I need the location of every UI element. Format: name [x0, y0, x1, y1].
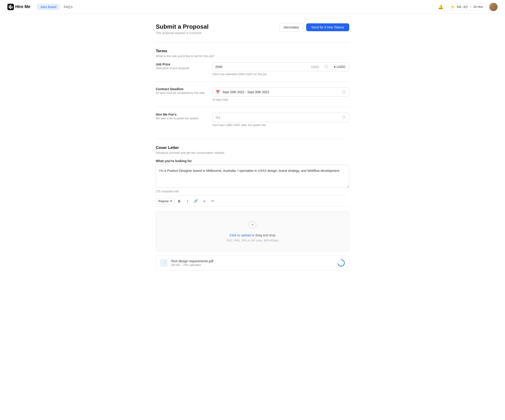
svg-rect-1 [9, 6, 10, 8]
upload-click-label[interactable]: Click to upload [229, 233, 251, 237]
deadline-label: Contract Deadline [156, 87, 207, 91]
nav-link-jobs-board[interactable]: Jobs Board [37, 4, 60, 10]
file-meta: 200 KB – 70% uploaded [171, 263, 334, 267]
notifications-button[interactable]: 🔔 [437, 3, 445, 11]
brand-name: Hire Me [15, 4, 30, 9]
avatar[interactable] [489, 3, 498, 11]
send-proposal-button[interactable]: Send for 5 Hire Tokens [306, 23, 349, 31]
secondary-button[interactable]: Secondary [279, 23, 303, 31]
deadline-field-block: 📅 Sept 20th 2022 - Sept 30th 2022 ⓘ 10 d… [212, 87, 349, 101]
fee-label: Hire Me Fee's [156, 113, 207, 116]
job-price-input[interactable] [213, 63, 308, 71]
upload-drag-text: or drag and drop [251, 233, 275, 237]
nav-link-faqs[interactable]: FAQ's [61, 4, 76, 10]
date-help-icon[interactable]: ⓘ [342, 90, 346, 94]
logo[interactable]: Hire Me [7, 4, 30, 10]
page-title-block: Submit a Proposal This proposal requires… [156, 23, 208, 35]
job-price-label: Job Price [156, 62, 207, 66]
italic-button[interactable]: I [184, 198, 191, 204]
account-tokens: 20 Hire [473, 5, 483, 9]
job-price-field-block: USDC ⓘ ▾ USDC Client has estimated 2000 … [212, 62, 349, 76]
avatar-image [489, 3, 498, 11]
file-info: Tech design requirements.pdf 200 KB – 70… [171, 259, 334, 267]
job-price-note: Client has estimated 2000 USDC for this … [212, 73, 349, 76]
job-price-row: Job Price Total price of your proposal U… [156, 62, 349, 82]
svg-rect-3 [12, 6, 13, 8]
date-value: Sept 20th 2022 - Sept 30th 2022 [222, 90, 340, 94]
file-type-icon: 📄 [161, 260, 166, 266]
currency-value: USDC [336, 65, 346, 69]
page-header: Submit a Proposal This proposal requires… [156, 23, 349, 35]
file-icon: 📄 [160, 259, 168, 267]
date-input[interactable]: 📅 Sept 20th 2022 - Sept 30th 2022 ⓘ [212, 87, 349, 97]
job-price-hint: Total price of your proposal [156, 67, 207, 70]
ordered-list-button[interactable]: ≔ [209, 198, 216, 204]
navbar: Hire Me Jobs Board FAQ's 🔔 📁 Sdf...Kj7 –… [0, 0, 505, 14]
header-actions: Secondary Send for 5 Hire Tokens [279, 23, 349, 31]
upload-icon [248, 221, 257, 231]
deadline-row: Contract Deadline All work must be compl… [156, 82, 349, 107]
fee-row: Hire Me Fee's We take a fee to power the… [156, 107, 349, 132]
terms-section: Terms What is the rate you'd like to bid… [156, 42, 349, 139]
job-price-input-row: USDC ⓘ ▾ USDC [212, 62, 349, 71]
text-toolbar: Regular ▾ B I 🔗 ≡ ≔ [156, 195, 349, 207]
page-title: Submit a Proposal [156, 23, 208, 30]
fee-field-block: %1 ⓘ You'll earn 1980 USDC after 1% syst… [212, 113, 349, 127]
chevron-down-icon: ▾ [334, 65, 336, 69]
fee-note: You'll earn 1980 USDC after 1% system fe… [212, 124, 349, 127]
deadline-note: 10 days total [212, 98, 349, 101]
file-progress [337, 259, 345, 267]
terms-title: Terms [156, 49, 349, 53]
unordered-list-button[interactable]: ≡ [201, 198, 208, 204]
file-item: 📄 Tech design requirements.pdf 200 KB – … [156, 255, 349, 271]
cover-letter-title: Cover Letter [156, 145, 349, 150]
char-count: 275 characters left [156, 190, 349, 193]
account-separator: – [470, 5, 471, 9]
fee-value: %1 [216, 116, 342, 119]
link-button[interactable]: 🔗 [193, 198, 200, 204]
navbar-right: 🔔 📁 Sdf...Kj7 – 20 Hire [437, 3, 498, 11]
fee-hint: We take a fee to power the system [156, 117, 207, 120]
folder-icon: 📁 [451, 5, 455, 9]
page-content: Submit a Proposal This proposal requires… [148, 14, 357, 296]
svg-rect-2 [10, 5, 11, 9]
file-name: Tech design requirements.pdf [171, 259, 334, 263]
format-chevron-icon: ▾ [170, 199, 172, 203]
progress-circle-svg [337, 259, 345, 267]
upload-arrow-icon [248, 221, 257, 229]
upload-zone[interactable]: Click to upload or drag and drop SVG, PN… [156, 211, 349, 252]
job-price-unit: USDC [308, 65, 322, 69]
fee-help-icon[interactable]: ⓘ [342, 115, 346, 120]
cover-letter-desc: Introduce yourself and get the conversat… [156, 151, 349, 154]
nav-links: Jobs Board FAQ's [37, 4, 437, 10]
currency-dropdown[interactable]: ▾ USDC [331, 65, 349, 69]
deadline-hint: All work must be completed by this date [156, 91, 207, 95]
fee-label-block: Hire Me Fee's We take a fee to power the… [156, 113, 207, 120]
account-badge[interactable]: 📁 Sdf...Kj7 – 20 Hire [448, 3, 486, 10]
calendar-icon: 📅 [216, 90, 220, 94]
account-id: Sdf...Kj7 [457, 5, 468, 9]
page-subtitle: This proposal requires 5 Connects [156, 31, 208, 35]
bold-button[interactable]: B [176, 198, 183, 204]
format-value: Regular [158, 199, 169, 203]
terms-desc: What is the rate you'd like to bid for t… [156, 54, 349, 58]
upload-text: Click to upload or drag and drop [229, 233, 275, 237]
what-label: What you're looking for [156, 159, 349, 163]
deadline-label-block: Contract Deadline All work must be compl… [156, 87, 207, 95]
upload-hint: SVG, PNG, JPG or GIF (max. 800×400px) [226, 239, 279, 242]
job-price-help-icon[interactable]: ⓘ [322, 65, 330, 69]
logo-icon [7, 4, 14, 10]
job-price-label-block: Job Price Total price of your proposal [156, 62, 207, 70]
fee-input: %1 ⓘ [212, 113, 349, 122]
format-select[interactable]: Regular ▾ [156, 198, 175, 204]
cover-letter-textarea[interactable]: I'm a Product Designer based in Melbourn… [156, 165, 349, 188]
cover-letter-section: Cover Letter Introduce yourself and get … [156, 139, 349, 277]
